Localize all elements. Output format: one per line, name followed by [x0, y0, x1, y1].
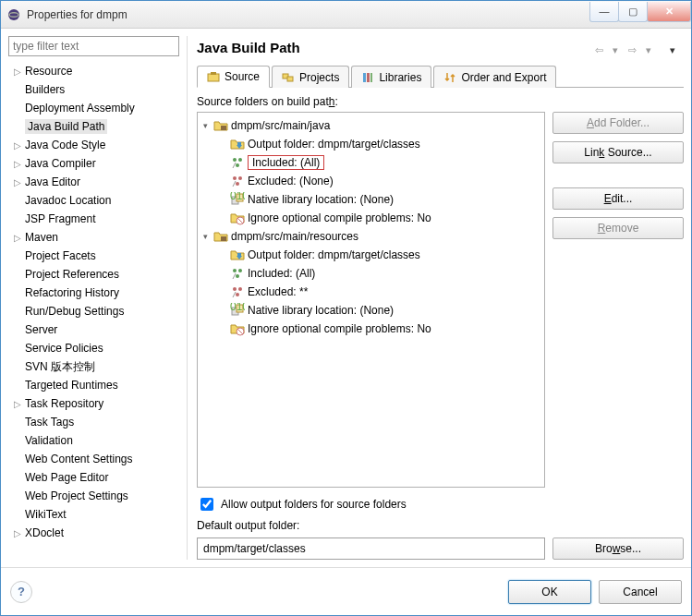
tree-row[interactable]: 010Native library location: (None) [200, 301, 542, 320]
tree-row[interactable]: ▾dmpm/src/main/resources [200, 227, 542, 246]
order-icon [443, 71, 456, 84]
tab-order-and-export[interactable]: Order and Export [433, 66, 556, 88]
exclude-icon [230, 284, 245, 299]
native-icon: 010 [230, 303, 245, 318]
nav-item[interactable]: SVN 版本控制 [8, 357, 179, 376]
nav-item-label: Server [25, 323, 57, 336]
nav-item-label: Web Content Settings [25, 453, 133, 465]
nav-item[interactable]: Web Page Editor [8, 468, 179, 487]
tree-row[interactable]: ▾dmpm/src/main/java [200, 116, 542, 135]
titlebar: Properties for dmpm — ▢ ✕ [1, 1, 691, 29]
tree-row[interactable]: Output folder: dmpm/target/classes [200, 246, 542, 264]
close-button[interactable]: ✕ [647, 2, 691, 22]
link-source-button[interactable]: Link Source... [552, 141, 684, 163]
nav-item[interactable]: ▷Maven [8, 228, 179, 247]
svg-rect-2 [208, 74, 219, 81]
tree-row[interactable]: Ignore optional compile problems: No [200, 209, 542, 227]
tree-row-label: dmpm/src/main/resources [231, 230, 358, 243]
nav-item[interactable]: JSP Fragment [8, 210, 179, 228]
maximize-button[interactable]: ▢ [618, 2, 648, 22]
nav-item[interactable]: Run/Debug Settings [8, 302, 179, 320]
nav-item-label: WikiText [25, 508, 67, 521]
forward-menu-icon[interactable]: ▾ [641, 43, 656, 58]
collapse-icon[interactable]: ▾ [200, 232, 211, 241]
tree-row[interactable]: Ignore optional compile problems: No [200, 320, 542, 338]
default-output-input[interactable] [197, 537, 545, 560]
native-icon: 010 [230, 192, 245, 207]
nav-item[interactable]: WikiText [8, 505, 179, 524]
nav-item[interactable]: ▷Java Editor [8, 173, 179, 191]
view-menu-icon[interactable]: ▾ [665, 43, 680, 58]
minimize-button[interactable]: — [589, 2, 619, 22]
nav-item[interactable]: ▷Resource [8, 62, 179, 80]
ignore-icon [230, 211, 245, 225]
nav-item-label: Java Compiler [25, 157, 96, 170]
tree-row-label: dmpm/src/main/java [231, 119, 330, 132]
edit-button[interactable]: Edit... [552, 187, 684, 210]
tab-projects[interactable]: Projects [272, 66, 349, 88]
back-button[interactable]: ⇦ [591, 43, 606, 58]
ok-button[interactable]: OK [508, 580, 591, 604]
nav-item[interactable]: ▷Java Code Style [8, 136, 179, 154]
nav-item[interactable]: Web Content Settings [8, 450, 179, 468]
nav-item[interactable]: Task Tags [8, 413, 179, 431]
tree-row-label: Ignore optional compile problems: No [248, 322, 431, 335]
browse-button[interactable]: Browse... [552, 537, 684, 560]
nav-item[interactable]: Targeted Runtimes [8, 376, 179, 394]
nav-item-label: Validation [25, 434, 73, 447]
tree-row[interactable]: 010Native library location: (None) [200, 190, 542, 209]
tree-row[interactable]: Included: (All) [200, 153, 542, 172]
tree-row[interactable]: Excluded: (None) [200, 172, 542, 190]
tree-row[interactable]: Excluded: ** [200, 283, 542, 301]
nav-item[interactable]: Project References [8, 265, 179, 284]
allow-output-folders-input[interactable] [200, 498, 213, 511]
left-panel: ▷ResourceBuildersDeployment AssemblyJava… [8, 36, 179, 560]
nav-item[interactable]: Validation [8, 431, 179, 450]
back-menu-icon[interactable]: ▾ [608, 43, 623, 58]
source-folders-tree[interactable]: ▾dmpm/src/main/javaOutput folder: dmpm/t… [197, 112, 545, 488]
output-settings: Allow output folders for source folders … [197, 495, 684, 560]
nav-item[interactable]: Service Policies [8, 339, 179, 357]
nav-item-label: Task Tags [25, 416, 74, 429]
remove-button[interactable]: Remove [552, 217, 684, 239]
nav-item[interactable]: Java Build Path [8, 117, 179, 136]
expand-icon: ▷ [14, 66, 25, 77]
tab-label: Libraries [379, 71, 421, 84]
nav-item[interactable]: Web Project Settings [8, 487, 179, 505]
cancel-button[interactable]: Cancel [599, 580, 682, 604]
filter-input[interactable] [8, 36, 179, 56]
property-nav-tree[interactable]: ▷ResourceBuildersDeployment AssemblyJava… [8, 62, 179, 560]
nav-item[interactable]: Javadoc Location [8, 191, 179, 210]
add-folder-button[interactable]: Add Folder... [552, 112, 684, 134]
nav-item[interactable]: ▷XDoclet [8, 524, 179, 542]
tree-row[interactable]: Included: (All) [200, 264, 542, 283]
tree-row-label: Excluded: (None) [248, 175, 334, 187]
properties-dialog: Properties for dmpm — ▢ ✕ ▷ResourceBuild… [0, 0, 692, 616]
nav-item[interactable]: Deployment Assembly [8, 99, 179, 117]
source-buttons: Add Folder... Link Source... Edit... Rem… [552, 112, 684, 488]
srcfolder-icon [213, 118, 228, 133]
svg-point-14 [238, 176, 242, 180]
help-button[interactable]: ? [10, 581, 32, 603]
nav-item[interactable]: Refactoring History [8, 284, 179, 302]
collapse-icon[interactable]: ▾ [200, 121, 211, 130]
tab-libraries[interactable]: Libraries [351, 66, 431, 88]
allow-output-folders-checkbox[interactable]: Allow output folders for source folders [197, 495, 684, 513]
expand-icon: ▷ [14, 159, 25, 169]
tree-row[interactable]: Output folder: dmpm/target/classes [200, 135, 542, 153]
nav-item[interactable]: Builders [8, 80, 179, 99]
svg-point-21 [233, 269, 237, 272]
svg-point-13 [233, 176, 237, 180]
expand-icon: ▷ [14, 399, 25, 409]
tree-row-label: Included: (All) [248, 155, 324, 170]
nav-item[interactable]: ▷Java Compiler [8, 154, 179, 173]
nav-item[interactable]: Project Facets [8, 247, 179, 265]
nav-item[interactable]: Server [8, 320, 179, 339]
nav-item-label: JSP Fragment [25, 212, 95, 225]
nav-item[interactable]: ▷Task Repository [8, 394, 179, 413]
forward-button[interactable]: ⇨ [625, 43, 639, 58]
tab-label: Order and Export [461, 71, 546, 84]
svg-point-11 [238, 158, 242, 162]
nav-item-label: Resource [25, 65, 72, 78]
tab-source[interactable]: Source [197, 66, 270, 88]
